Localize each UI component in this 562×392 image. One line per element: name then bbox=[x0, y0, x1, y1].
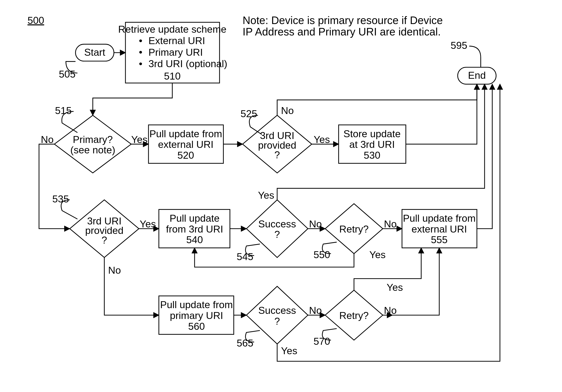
process-pull-ext-520: Pull update from external URI 520 bbox=[149, 125, 223, 163]
svg-text:•: • bbox=[139, 35, 142, 46]
decision-primary-515: Primary? (see note) bbox=[54, 115, 131, 173]
edge-530-end bbox=[406, 84, 477, 144]
svg-text:End: End bbox=[468, 70, 486, 81]
decision-success-565: Success ? bbox=[246, 286, 308, 344]
process-pull-3rd-540: Pull update from 3rd URI 540 bbox=[159, 210, 230, 248]
edge-510-515 bbox=[93, 83, 172, 115]
svg-text:Store update: Store update bbox=[343, 128, 401, 139]
svg-text:•: • bbox=[139, 58, 142, 69]
svg-text:from 3rd URI: from 3rd URI bbox=[166, 224, 223, 235]
svg-text:external URI: external URI bbox=[411, 224, 467, 235]
svg-text:540: 540 bbox=[186, 234, 203, 245]
label-565-no: No bbox=[309, 305, 322, 316]
label-545-yes: Yes bbox=[258, 190, 274, 201]
label-550-no: No bbox=[384, 218, 397, 230]
svg-text:External URI: External URI bbox=[149, 35, 205, 46]
edge-525-no-end bbox=[277, 84, 477, 115]
svg-text:at 3rd URI: at 3rd URI bbox=[349, 139, 395, 150]
svg-text:Retrieve update scheme: Retrieve update scheme bbox=[118, 24, 226, 35]
ref-595: 595 bbox=[451, 40, 467, 51]
svg-text:Pull update: Pull update bbox=[170, 213, 220, 224]
svg-text:520: 520 bbox=[177, 150, 194, 161]
label-570-yes: Yes bbox=[387, 282, 403, 293]
svg-text:555: 555 bbox=[431, 234, 448, 245]
svg-text:•: • bbox=[139, 47, 142, 58]
ref-565: 565 bbox=[237, 337, 253, 349]
label-525-yes: Yes bbox=[314, 134, 330, 145]
svg-text:?: ? bbox=[274, 316, 280, 327]
svg-text:Success: Success bbox=[258, 305, 296, 316]
svg-text:Retry?: Retry? bbox=[339, 224, 369, 235]
svg-text:(see note): (see note) bbox=[70, 144, 115, 155]
edge-570-no-555 bbox=[392, 248, 439, 315]
svg-text:530: 530 bbox=[364, 150, 380, 161]
process-pull-ext-555: Pull update from external URI 555 bbox=[402, 210, 477, 248]
decision-retry-550: Retry? bbox=[325, 204, 383, 254]
process-retrieve-510: Retrieve update scheme • External URI • … bbox=[118, 22, 227, 83]
svg-text:Success: Success bbox=[258, 218, 296, 230]
svg-text:Pull update from: Pull update from bbox=[403, 213, 476, 224]
note-line1: Note: Device is primary resource if Devi… bbox=[243, 14, 443, 26]
label-545-no: No bbox=[309, 218, 322, 230]
ref-550: 550 bbox=[314, 249, 330, 260]
edge-515-no-535 bbox=[39, 144, 70, 229]
figure-number: 500 bbox=[28, 15, 44, 26]
svg-text:Pull update from: Pull update from bbox=[160, 299, 233, 310]
svg-text:Primary URI: Primary URI bbox=[149, 47, 203, 58]
ref-535: 535 bbox=[52, 193, 69, 204]
label-515-yes: Yes bbox=[131, 134, 148, 145]
svg-text:3rd URI (optional): 3rd URI (optional) bbox=[149, 58, 227, 69]
label-570-no: No bbox=[384, 305, 397, 316]
note-line2: IP Address and Primary URI are identical… bbox=[243, 26, 441, 38]
decision-success-545: Success ? bbox=[246, 200, 308, 258]
label-515-no: No bbox=[41, 134, 54, 145]
process-store-530: Store update at 3rd URI 530 bbox=[339, 125, 406, 163]
decision-uri-525: 3rd URI provided ? bbox=[243, 115, 312, 173]
ref-525: 525 bbox=[240, 108, 257, 119]
end-terminator: End bbox=[458, 67, 496, 84]
svg-text:Primary?: Primary? bbox=[73, 134, 113, 145]
decision-retry-570: Retry? bbox=[325, 290, 383, 340]
svg-text:Pull update from: Pull update from bbox=[149, 128, 222, 139]
label-535-yes: Yes bbox=[140, 218, 156, 230]
decision-uri-535: 3rd URI provided ? bbox=[70, 200, 139, 258]
ref-515: 515 bbox=[55, 105, 72, 116]
label-565-yes: Yes bbox=[281, 345, 297, 356]
process-pull-primary-560: Pull update from primary URI 560 bbox=[159, 296, 234, 334]
ref-545: 545 bbox=[237, 251, 253, 262]
svg-text:external URI: external URI bbox=[158, 139, 213, 150]
ref-570: 570 bbox=[314, 336, 330, 347]
svg-text:510: 510 bbox=[164, 71, 181, 82]
svg-text:primary URI: primary URI bbox=[170, 310, 223, 321]
svg-text:Retry?: Retry? bbox=[339, 310, 369, 321]
svg-text:560: 560 bbox=[188, 321, 205, 332]
label-550-yes: Yes bbox=[369, 249, 386, 260]
svg-text:Start: Start bbox=[84, 47, 105, 58]
lead-595 bbox=[469, 46, 481, 67]
svg-text:?: ? bbox=[102, 235, 107, 246]
flowchart: 500 Note: Device is primary resource if … bbox=[0, 0, 562, 392]
svg-text:?: ? bbox=[274, 149, 280, 160]
label-535-no: No bbox=[108, 265, 121, 276]
ref-505: 505 bbox=[59, 69, 76, 80]
label-525-no: No bbox=[281, 105, 294, 116]
start-terminator: Start bbox=[76, 44, 114, 61]
svg-text:?: ? bbox=[274, 229, 280, 240]
